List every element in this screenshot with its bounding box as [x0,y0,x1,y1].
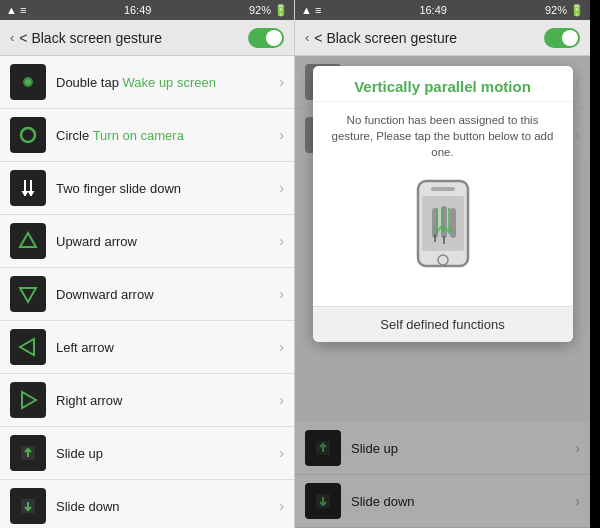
two-finger-chevron: › [279,180,284,196]
two-finger-icon [10,170,46,206]
svg-rect-17 [431,187,455,191]
circle-action: Turn on camera [93,128,184,143]
status-right-icons: 92% 🔋 [249,4,288,17]
svg-point-2 [21,128,35,142]
popup-title: Vertically parallel motion [313,66,573,102]
circle-label: Circle [56,128,89,143]
right-arrow-text: Right arrow [56,393,279,408]
back-chevron-left: ‹ [10,30,14,45]
status-time-left: 16:49 [124,4,152,16]
double-tap-chevron: › [279,74,284,90]
slide-up-text: Slide up [56,446,279,461]
upward-arrow-icon [10,223,46,259]
battery-text-right: 92% 🔋 [545,4,584,17]
svg-marker-8 [22,392,36,408]
right-arrow-chevron: › [279,392,284,408]
gesture-item-upward[interactable]: Upward arrow › [0,215,294,268]
double-tap-action: Wake up screen [123,75,216,90]
status-right-right: 92% 🔋 [545,4,584,17]
nav-title-right: < Black screen gesture [312,30,457,46]
right-panel: ▲ ≡ 16:49 92% 🔋 ‹ < Black screen gesture [295,0,590,528]
slide-down-icon [10,488,46,524]
circle-chevron: › [279,127,284,143]
downward-arrow-icon [10,276,46,312]
left-arrow-label: Left arrow [56,340,114,355]
left-arrow-icon [10,329,46,365]
back-button-left[interactable]: ‹ < Black screen gesture [10,30,162,46]
right-arrow-label: Right arrow [56,393,122,408]
nav-bar-left: ‹ < Black screen gesture [0,20,294,56]
slide-up-icon [10,435,46,471]
gesture-item-two-finger[interactable]: Two finger slide down › [0,162,294,215]
status-left-icons: ▲ ≡ [6,4,26,16]
toggle-right[interactable] [544,28,580,48]
popup-image [313,166,573,306]
slide-up-chevron: › [279,445,284,461]
left-arrow-text: Left arrow [56,340,279,355]
toggle-left[interactable] [248,28,284,48]
self-defined-label: Self defined functions [380,317,504,332]
status-time-right: 16:49 [419,4,447,16]
popup-overlay: Vertically parallel motion No function h… [295,56,590,528]
phone-hand-illustration [403,176,483,296]
svg-rect-22 [450,208,456,238]
status-left-right: ▲ ≡ [301,4,321,16]
left-panel: ▲ ≡ 16:49 92% 🔋 ‹ < Black screen gesture [0,0,295,528]
left-arrow-chevron: › [279,339,284,355]
circle-text: Circle Turn on camera [56,128,279,143]
popup-body: No function has been assigned to this ge… [313,102,573,166]
gesture-item-double-tap[interactable]: Double tap Wake up screen › [0,56,294,109]
circle-icon [10,117,46,153]
right-arrow-icon [10,382,46,418]
popup-card: Vertically parallel motion No function h… [313,66,573,342]
signal-icon-right: ▲ ≡ [301,4,321,16]
slide-down-chevron: › [279,498,284,514]
gesture-item-left[interactable]: Left arrow › [0,321,294,374]
battery-text-left: 92% 🔋 [249,4,288,17]
double-tap-label: Double tap [56,75,119,90]
slide-up-label: Slide up [56,446,103,461]
two-finger-text: Two finger slide down [56,181,279,196]
svg-point-1 [25,79,31,85]
gesture-item-slide-up[interactable]: Slide up › [0,427,294,480]
two-finger-label: Two finger slide down [56,181,181,196]
upward-arrow-text: Upward arrow [56,234,279,249]
popup-footer[interactable]: Self defined functions [313,306,573,342]
gesture-item-right[interactable]: Right arrow › [0,374,294,427]
signal-icon: ▲ ≡ [6,4,26,16]
downward-arrow-label: Downward arrow [56,287,154,302]
downward-arrow-text: Downward arrow [56,287,279,302]
gesture-list-left: Double tap Wake up screen › Circle Turn … [0,56,294,528]
gesture-item-downward[interactable]: Downward arrow › [0,268,294,321]
double-tap-text: Double tap Wake up screen [56,75,279,90]
toggle-switch-left[interactable] [248,28,284,48]
svg-marker-5 [20,233,36,247]
gesture-item-circle[interactable]: Circle Turn on camera › [0,109,294,162]
svg-marker-7 [20,339,34,355]
toggle-switch-right[interactable] [544,28,580,48]
nav-bar-right: ‹ < Black screen gesture [295,20,590,56]
double-tap-icon [10,64,46,100]
nav-title-left: < Black screen gesture [17,30,162,46]
status-bar-right: ▲ ≡ 16:49 92% 🔋 [295,0,590,20]
upward-arrow-label: Upward arrow [56,234,137,249]
slide-down-text: Slide down [56,499,279,514]
slide-down-label: Slide down [56,499,120,514]
gesture-item-slide-down[interactable]: Slide down › [0,480,294,528]
downward-arrow-chevron: › [279,286,284,302]
back-button-right[interactable]: ‹ < Black screen gesture [305,30,457,46]
upward-arrow-chevron: › [279,233,284,249]
status-bar-left: ▲ ≡ 16:49 92% 🔋 [0,0,294,20]
back-chevron-right: ‹ [305,30,309,45]
svg-marker-6 [20,288,36,302]
